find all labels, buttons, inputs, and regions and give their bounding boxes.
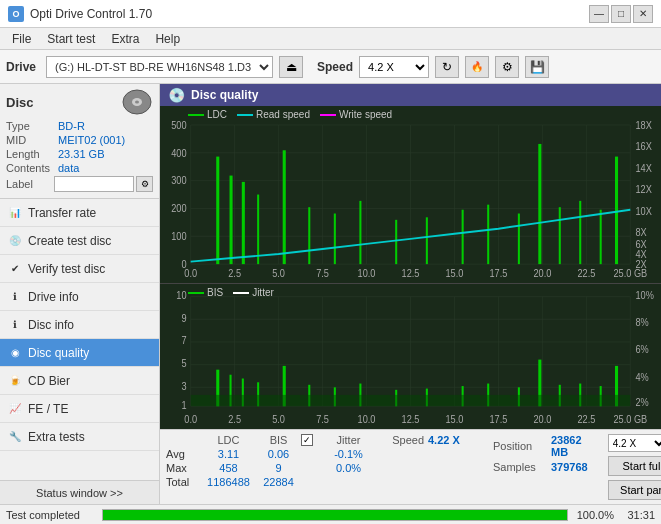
settings-button[interactable]: ⚙ (495, 56, 519, 78)
nav-fe-te[interactable]: 📈 FE / TE (0, 395, 159, 423)
total-label: Total (166, 476, 201, 488)
menu-help[interactable]: Help (147, 30, 188, 48)
disc-info-icon: ℹ (8, 318, 22, 332)
svg-text:8X: 8X (635, 226, 646, 238)
svg-text:14X: 14X (635, 162, 651, 174)
svg-text:2%: 2% (635, 396, 648, 408)
svg-text:20.0: 20.0 (533, 413, 551, 425)
nav-verify-test-disc[interactable]: ✔ Verify test disc (0, 255, 159, 283)
nav-disc-quality[interactable]: ◉ Disc quality (0, 339, 159, 367)
svg-text:16X: 16X (635, 140, 651, 152)
svg-text:2.5: 2.5 (228, 267, 241, 279)
sidebar: Disc Type BD-R MID MEIT02 (001) (0, 84, 160, 504)
menubar: File Start test Extra Help (0, 28, 661, 50)
menu-extra[interactable]: Extra (103, 30, 147, 48)
nav-create-test-disc[interactable]: 💿 Create test disc (0, 227, 159, 255)
svg-rect-48 (518, 214, 520, 265)
nav-transfer-rate-label: Transfer rate (28, 206, 96, 220)
svg-text:17.5: 17.5 (489, 267, 507, 279)
avg-label: Avg (166, 448, 201, 460)
progress-fill (103, 510, 567, 520)
read-speed-legend-color (237, 114, 253, 116)
stats-panel: LDC BIS ✓ Jitter Speed 4.22 X Avg 3.11 0… (160, 429, 661, 504)
close-button[interactable]: ✕ (633, 5, 653, 23)
minimize-button[interactable]: — (589, 5, 609, 23)
disc-length-label: Length (6, 148, 58, 160)
svg-text:9: 9 (181, 312, 186, 324)
drive-select[interactable]: (G:) HL-DT-ST BD-RE WH16NS48 1.D3 (46, 56, 273, 78)
svg-text:3: 3 (181, 380, 186, 392)
start-full-button[interactable]: Start full (608, 456, 661, 476)
avg-row: Avg 3.11 0.06 -0.1% (166, 448, 483, 460)
nav-disc-info[interactable]: ℹ Disc info (0, 311, 159, 339)
max-jitter: 0.0% (321, 462, 376, 474)
svg-text:12X: 12X (635, 183, 651, 195)
svg-text:100: 100 (171, 230, 187, 242)
eject-button[interactable]: ⏏ (279, 56, 303, 78)
svg-text:10.0: 10.0 (358, 267, 376, 279)
speed-select-panel[interactable]: 4.2 X (608, 434, 661, 452)
nav-transfer-rate[interactable]: 📊 Transfer rate (0, 199, 159, 227)
status-text: Test completed (6, 509, 96, 521)
samples-value: 379768 (551, 461, 588, 473)
speed-select[interactable]: 4.2 X (359, 56, 429, 78)
svg-text:12.5: 12.5 (402, 413, 420, 425)
disc-length-row: Length 23.31 GB (6, 148, 153, 160)
position-row: Position 23862 MB (493, 434, 588, 458)
samples-label: Samples (493, 461, 545, 473)
disc-contents-label: Contents (6, 162, 58, 174)
nav-extra-tests-label: Extra tests (28, 430, 85, 444)
svg-text:10%: 10% (635, 289, 653, 301)
menu-file[interactable]: File (4, 30, 39, 48)
svg-text:6%: 6% (635, 344, 648, 356)
svg-text:15.0: 15.0 (446, 267, 464, 279)
create-disc-icon: 💿 (8, 234, 22, 248)
burn-button[interactable]: 🔥 (465, 56, 489, 78)
disc-quality-icon: ◉ (8, 346, 22, 360)
maximize-button[interactable]: □ (611, 5, 631, 23)
menu-start-test[interactable]: Start test (39, 30, 103, 48)
svg-rect-52 (600, 210, 602, 264)
svg-text:5.0: 5.0 (272, 267, 285, 279)
avg-ldc: 3.11 (201, 448, 256, 460)
fe-te-icon: 📈 (8, 402, 22, 416)
ldc-legend-label: LDC (207, 109, 227, 120)
jitter-header: Jitter (321, 434, 376, 446)
write-speed-legend-label: Write speed (339, 109, 392, 120)
svg-rect-47 (487, 205, 489, 264)
svg-text:2.5: 2.5 (228, 413, 241, 425)
save-button[interactable]: 💾 (525, 56, 549, 78)
titlebar: O Opti Drive Control 1.70 — □ ✕ (0, 0, 661, 28)
disc-label-input[interactable] (54, 176, 134, 192)
svg-text:300: 300 (171, 175, 187, 187)
refresh-button[interactable]: ↻ (435, 56, 459, 78)
nav-cd-bier[interactable]: 🍺 CD Bier (0, 367, 159, 395)
app-icon: O (8, 6, 24, 22)
lower-chart-svg: 10 9 7 5 3 1 10% 8% 6% 4% 2% (160, 284, 661, 429)
disc-contents-value: data (58, 162, 79, 174)
disc-label-row: Label ⚙ (6, 176, 153, 192)
status-window-button[interactable]: Status window >> (0, 480, 159, 504)
lower-legend: BIS Jitter (188, 287, 274, 298)
svg-text:200: 200 (171, 202, 187, 214)
disc-label-button[interactable]: ⚙ (136, 176, 153, 192)
speed-header-label: Speed (384, 434, 424, 446)
svg-text:20.0: 20.0 (533, 267, 551, 279)
disc-panel: Disc Type BD-R MID MEIT02 (001) (0, 84, 159, 199)
window-controls: — □ ✕ (589, 5, 653, 23)
nav-fe-te-label: FE / TE (28, 402, 68, 416)
nav-extra-tests[interactable]: 🔧 Extra tests (0, 423, 159, 451)
nav-drive-info[interactable]: ℹ Drive info (0, 283, 159, 311)
jitter-checkbox[interactable]: ✓ (301, 434, 313, 446)
titlebar-left: O Opti Drive Control 1.70 (8, 6, 152, 22)
max-label: Max (166, 462, 201, 474)
read-speed-legend-label: Read speed (256, 109, 310, 120)
speed-label: Speed (317, 60, 353, 74)
avg-jitter: -0.1% (321, 448, 376, 460)
legend-read-speed: Read speed (237, 109, 310, 120)
start-part-button[interactable]: Start part (608, 480, 661, 500)
svg-text:5: 5 (181, 357, 186, 369)
main-layout: Disc Type BD-R MID MEIT02 (001) (0, 84, 661, 504)
disc-type-value: BD-R (58, 120, 85, 132)
svg-text:25.0 GB: 25.0 GB (613, 267, 647, 279)
